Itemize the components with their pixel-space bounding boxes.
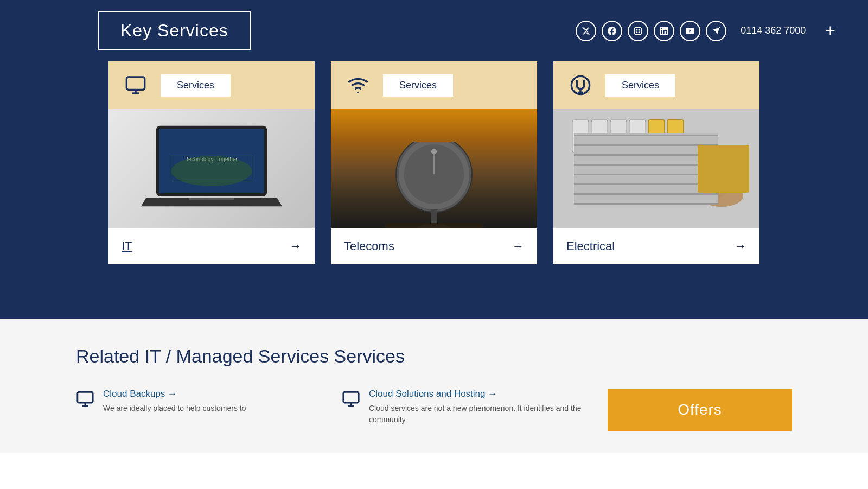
svg-rect-30	[591, 120, 608, 153]
menu-plus-button[interactable]: +	[825, 21, 835, 41]
offers-label: Offers	[678, 401, 722, 418]
svg-rect-44	[78, 392, 93, 403]
laptop-illustration: Technology. Together	[141, 123, 282, 214]
telecoms-card-image	[331, 109, 537, 228]
it-card-footer: IT →	[108, 228, 315, 264]
svg-rect-13	[189, 198, 234, 200]
instagram-icon[interactable]	[628, 21, 648, 41]
youtube-icon[interactable]	[680, 21, 700, 41]
svg-rect-31	[610, 120, 627, 153]
cloud-solutions-desc: Cloud services are not a new phenomenon.…	[369, 403, 608, 426]
linkedin-icon[interactable]	[654, 21, 674, 41]
electrical-card-label: Services	[605, 74, 675, 97]
top-bar: Key Services	[0, 0, 868, 61]
svg-rect-0	[635, 27, 642, 34]
telecoms-icon-box	[342, 69, 374, 101]
related-title: Related IT / Managed Services Services	[76, 346, 792, 367]
plug-icon	[570, 74, 591, 96]
page-title: Key Services	[120, 21, 228, 41]
phone-number: 0114 362 7000	[741, 25, 806, 36]
svg-rect-38	[659, 169, 692, 180]
svg-rect-34	[667, 120, 684, 153]
svg-rect-32	[629, 120, 646, 153]
electrical-card-title: Electrical	[566, 239, 615, 253]
svg-text:88.8: 88.8	[669, 172, 682, 177]
electrical-board-svg: 88.8	[553, 109, 760, 228]
svg-rect-5	[126, 77, 144, 90]
svg-rect-33	[648, 120, 665, 153]
wifi-icon	[347, 74, 369, 96]
related-item-cloud-backups[interactable]: Cloud Backups → We are ideally placed to…	[76, 389, 342, 414]
it-icon-box	[119, 69, 152, 101]
svg-rect-29	[572, 120, 589, 153]
telegram-icon[interactable]	[706, 21, 726, 41]
svg-point-11	[171, 156, 252, 187]
cloud-backups-desc: We are ideally placed to help customers …	[103, 403, 246, 414]
cloud-backups-title[interactable]: Cloud Backups →	[103, 389, 246, 399]
electrical-card-image: 88.8	[553, 109, 760, 228]
electrical-service-card[interactable]: Services	[553, 61, 760, 264]
svg-point-36	[700, 185, 743, 207]
electrical-icon-box	[564, 69, 597, 101]
svg-point-1	[636, 29, 640, 33]
offers-box[interactable]: Offers	[608, 389, 792, 431]
telecoms-arrow-icon: →	[512, 239, 524, 253]
related-col-2: Cloud Solutions and Hosting → Cloud serv…	[342, 389, 608, 431]
cloud-backups-content: Cloud Backups → We are ideally placed to…	[103, 389, 246, 414]
svg-point-19	[431, 149, 437, 154]
telecoms-card-header: Services	[331, 61, 537, 109]
satellite-dish-illustration	[385, 142, 483, 228]
electrical-board-bg: 88.8	[553, 109, 760, 228]
it-card-title: IT	[122, 239, 132, 253]
bottom-section: Related IT / Managed Services Services C…	[0, 319, 868, 453]
it-card-header: Services	[108, 61, 315, 109]
monitor-icon	[125, 74, 146, 96]
electrical-card-footer: Electrical →	[553, 228, 760, 264]
key-services-box: Key Services	[98, 11, 251, 50]
telecoms-card-label: Services	[383, 74, 453, 97]
twitter-icon[interactable]	[576, 21, 596, 41]
electrical-arrow-icon: →	[735, 239, 746, 253]
telecoms-card-title: Telecoms	[344, 239, 394, 253]
svg-marker-4	[713, 27, 720, 34]
cloud-solutions-title[interactable]: Cloud Solutions and Hosting →	[369, 389, 608, 399]
hero-section: Key Services	[0, 0, 868, 319]
it-service-card[interactable]: Services Technology. Together	[108, 61, 315, 264]
it-card-image: Technology. Together	[108, 109, 315, 228]
telecoms-service-card[interactable]: Services	[331, 61, 537, 264]
svg-rect-47	[343, 392, 359, 403]
related-item-cloud-solutions[interactable]: Cloud Solutions and Hosting → Cloud serv…	[342, 389, 608, 426]
svg-rect-41	[671, 184, 678, 192]
cloud-solutions-content: Cloud Solutions and Hosting → Cloud serv…	[369, 389, 608, 426]
cloud-solutions-icon-box	[342, 390, 360, 408]
svg-rect-43	[690, 184, 696, 192]
related-grid: Cloud Backups → We are ideally placed to…	[76, 389, 792, 431]
electrical-card-header: Services	[553, 61, 760, 109]
svg-point-14	[357, 92, 359, 93]
svg-rect-22	[385, 223, 483, 228]
svg-rect-42	[680, 184, 687, 192]
svg-point-2	[640, 28, 640, 29]
cloud-backups-icon-box	[76, 390, 94, 408]
it-card-label: Services	[161, 74, 231, 97]
monitor-small-icon	[76, 390, 94, 408]
social-icons-group	[576, 21, 726, 41]
it-arrow-icon: →	[290, 239, 302, 253]
svg-rect-40	[662, 184, 668, 192]
facebook-icon[interactable]	[602, 21, 622, 41]
telecoms-card-footer: Telecoms →	[331, 228, 537, 264]
cards-section: Services Technology. Together	[0, 61, 868, 286]
related-col-1: Cloud Backups → We are ideally placed to…	[76, 389, 342, 431]
monitor-small-icon-2	[342, 390, 360, 408]
top-right-area: 0114 362 7000 +	[576, 21, 835, 41]
svg-rect-37	[654, 163, 697, 196]
